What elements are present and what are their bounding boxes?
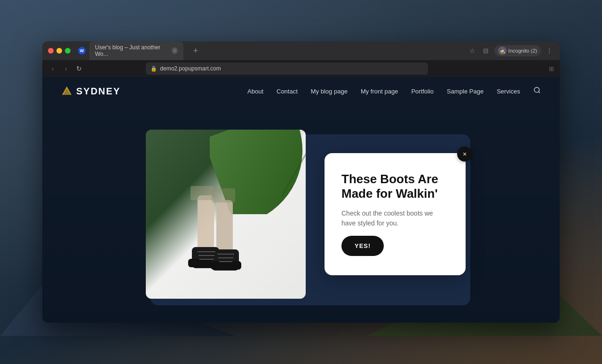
popup-title: These Boots Are Made for Walkin' <box>341 172 449 201</box>
svg-line-3 <box>539 92 540 93</box>
address-bar[interactable]: 🔒 demo2.popupsmart.com <box>146 62 428 75</box>
browser-controls-right: ☆ ⊟ 🕵 Incognito (2) ⋮ <box>468 45 554 56</box>
svg-rect-17 <box>212 188 235 202</box>
maximize-window-button[interactable] <box>65 48 71 54</box>
popup-image-inner <box>146 130 306 299</box>
nav-blog[interactable]: My blog page <box>311 88 348 95</box>
new-tab-button[interactable]: + <box>189 44 202 57</box>
site-logo[interactable]: SYDNEY <box>61 85 120 97</box>
svg-point-2 <box>534 87 539 93</box>
nav-front[interactable]: My front page <box>361 88 398 95</box>
incognito-label: Incognito (2) <box>508 48 537 54</box>
browser-window: W User's blog – Just another Wo... × + ☆… <box>42 41 560 323</box>
popup-modal: × These Boots Are Made for Walkin' Check… <box>146 130 456 299</box>
nav-services[interactable]: Services <box>497 88 520 95</box>
extensions-icon[interactable]: ⊞ <box>549 65 554 72</box>
site-navigation: About Contact My blog page My front page… <box>247 86 541 96</box>
search-button[interactable] <box>533 86 541 96</box>
tab-title: User's blog – Just another Wo... <box>95 44 169 57</box>
split-view-icon[interactable]: ⊟ <box>481 46 491 55</box>
browser-addressbar: ‹ › ↻ 🔒 demo2.popupsmart.com ⊞ <box>42 60 560 77</box>
traffic-lights <box>48 48 71 54</box>
nav-about[interactable]: About <box>247 88 263 95</box>
popup-description: Check out the coolest boots we have styl… <box>341 209 449 228</box>
incognito-badge[interactable]: 🕵 Incognito (2) <box>494 45 541 56</box>
site-header: SYDNEY About Contact My blog page My fro… <box>42 77 560 105</box>
reload-button[interactable]: ↻ <box>74 65 84 72</box>
popup-content: × These Boots Are Made for Walkin' Check… <box>325 153 466 275</box>
forward-button[interactable]: › <box>61 65 71 72</box>
page-content: × These Boots Are Made for Walkin' Check… <box>42 105 560 323</box>
bookmark-icon[interactable]: ☆ <box>468 46 477 55</box>
lock-icon: 🔒 <box>150 66 157 72</box>
close-window-button[interactable] <box>48 48 54 54</box>
browser-tab[interactable]: User's blog – Just another Wo... × <box>89 41 183 60</box>
boots-svg <box>169 186 263 289</box>
svg-rect-5 <box>216 200 233 254</box>
svg-rect-16 <box>190 186 214 200</box>
popup-image <box>146 130 306 299</box>
browser-right-controls: ⊞ <box>549 65 554 72</box>
minimize-window-button[interactable] <box>56 48 62 54</box>
popup-wrapper: × These Boots Are Made for Walkin' Check… <box>146 130 456 299</box>
wordpress-favicon: W <box>78 47 86 54</box>
boots-illustration <box>146 180 306 299</box>
popup-cta-button[interactable]: YES! <box>341 236 384 256</box>
close-icon: × <box>463 150 467 158</box>
browser-titlebar: W User's blog – Just another Wo... × + ☆… <box>42 41 560 60</box>
sydney-logo-icon <box>61 85 72 97</box>
search-icon <box>533 86 541 94</box>
svg-rect-9 <box>211 261 241 270</box>
address-text: demo2.popupsmart.com <box>160 65 221 72</box>
svg-rect-4 <box>198 195 214 252</box>
logo-text: SYDNEY <box>76 86 120 97</box>
incognito-avatar: 🕵 <box>498 46 507 55</box>
tab-close-button[interactable]: × <box>172 47 178 54</box>
back-button[interactable]: ‹ <box>48 65 57 72</box>
popup-close-button[interactable]: × <box>457 147 472 162</box>
nav-portfolio[interactable]: Portfolio <box>411 88 434 95</box>
nav-sample[interactable]: Sample Page <box>447 88 483 95</box>
nav-contact[interactable]: Contact <box>277 88 298 95</box>
more-options-icon[interactable]: ⋮ <box>545 46 554 55</box>
webpage: SYDNEY About Contact My blog page My fro… <box>42 77 560 323</box>
